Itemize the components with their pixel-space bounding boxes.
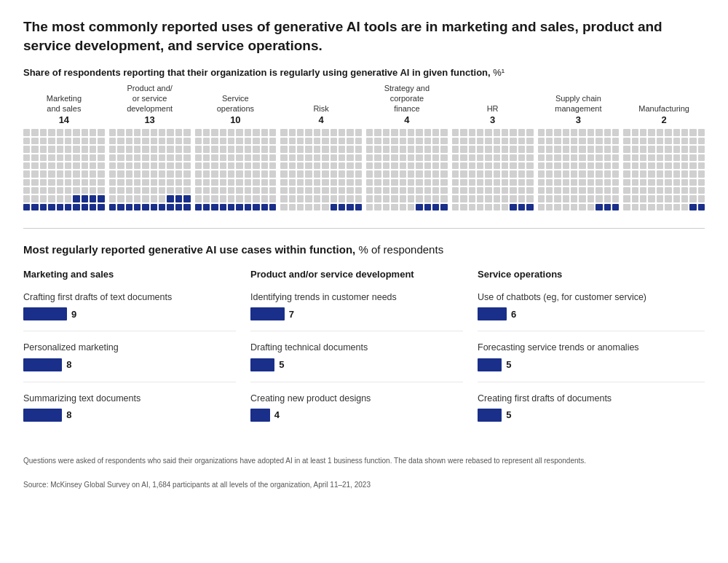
waffle-cell: [65, 179, 71, 186]
waffle-cell: [546, 129, 553, 135]
waffle-cell: [596, 162, 602, 169]
waffle-cell: [648, 195, 654, 202]
waffle-cell: [31, 195, 38, 202]
waffle-cell: [612, 195, 619, 202]
waffle-cell: [440, 162, 447, 169]
waffle-cell: [408, 187, 414, 194]
waffle-cell: [297, 195, 304, 202]
waffle-cell: [546, 170, 553, 177]
waffle-cell: [236, 195, 242, 202]
waffle-cell: [236, 138, 242, 144]
waffle-cell: [546, 195, 553, 202]
waffle-cell: [391, 195, 397, 202]
waffle-cell: [228, 154, 234, 161]
waffle-cell: [673, 179, 680, 186]
use-case-name: Crafting first drafts of text documents: [23, 291, 236, 303]
waffle-cell: [596, 170, 602, 177]
waffle-cell: [587, 162, 594, 169]
waffle-cell: [538, 154, 545, 161]
waffle-cell: [297, 204, 304, 210]
use-case-item: Crafting first drafts of text documents9: [23, 291, 236, 331]
waffle-cell: [383, 179, 389, 186]
waffle-cell: [23, 146, 30, 152]
waffle-cell: [23, 162, 30, 169]
waffle-cell: [23, 195, 30, 202]
waffle-cell: [538, 204, 545, 210]
waffle-cell: [432, 162, 439, 169]
waffle-cell: [245, 138, 251, 144]
waffle-cell: [485, 138, 491, 144]
waffle-cell: [109, 129, 116, 135]
waffle-cell: [261, 187, 268, 194]
waffle-cell: [383, 129, 389, 135]
waffle-cell: [579, 195, 585, 202]
waffle-cell: [280, 146, 287, 152]
waffle-cell: [366, 204, 373, 210]
waffle-cell: [183, 154, 190, 161]
waffle-cell: [383, 138, 389, 144]
waffle-cell: [408, 154, 414, 161]
waffle-cell: [347, 195, 353, 202]
waffle-cell: [228, 170, 234, 177]
waffle-cell: [134, 138, 141, 144]
waffle-cell: [211, 138, 218, 144]
waffle-cell: [109, 146, 116, 152]
waffle-cell: [228, 179, 234, 186]
waffle-cell: [305, 146, 312, 152]
waffle-cell: [460, 179, 467, 186]
waffle-cell: [228, 129, 234, 135]
waffle-cell: [40, 195, 47, 202]
waffle-cell: [117, 179, 124, 186]
waffle-cell: [98, 129, 104, 135]
waffle-cell: [40, 187, 47, 194]
waffle-cell: [698, 179, 705, 186]
waffle-cell: [195, 204, 202, 210]
waffle-cell: [322, 179, 328, 186]
waffle-col-5: HR3: [452, 92, 534, 210]
waffle-cell: [579, 204, 585, 210]
waffle-cell: [253, 179, 259, 186]
waffle-cell: [640, 129, 646, 135]
use-case-name: Forecasting service trends or anomalies: [478, 342, 705, 353]
waffle-cell: [640, 146, 646, 152]
waffle-cell: [665, 170, 671, 177]
waffle-cell: [424, 195, 431, 202]
waffle-cell: [440, 138, 447, 144]
waffle-cell: [220, 187, 226, 194]
waffle-cell: [681, 154, 688, 161]
waffle-cell: [538, 129, 545, 135]
waffle-cell: [366, 187, 373, 194]
waffle-cell: [563, 170, 569, 177]
waffle-cell: [526, 146, 533, 152]
waffle-cell: [23, 129, 30, 135]
waffle-cell: [297, 187, 304, 194]
waffle-cell: [228, 204, 234, 210]
waffle-cell: [432, 195, 439, 202]
waffle-cell: [269, 162, 276, 169]
waffle-cell: [228, 146, 234, 152]
waffle-cell: [452, 179, 459, 186]
waffle-cell: [228, 195, 234, 202]
waffle-cell: [195, 154, 202, 161]
waffle-cell: [665, 204, 671, 210]
use-case-name: Creating first drafts of documents: [478, 393, 705, 404]
waffle-cell: [571, 162, 577, 169]
waffle-cell: [623, 154, 630, 161]
waffle-cell: [314, 187, 320, 194]
waffle-value-5: 3: [490, 114, 495, 127]
waffle-cell: [612, 154, 619, 161]
waffle-cell: [563, 204, 569, 210]
waffle-cell: [698, 146, 705, 152]
waffle-cell: [494, 179, 500, 186]
waffle-cell: [347, 170, 353, 177]
waffle-cell: [400, 138, 406, 144]
waffle-cell: [109, 154, 116, 161]
waffle-cell: [126, 129, 132, 135]
waffle-cell: [477, 154, 483, 161]
waffle-cell: [90, 187, 96, 194]
waffle-cell: [253, 170, 259, 177]
waffle-cell: [314, 146, 320, 152]
waffle-cell: [632, 195, 638, 202]
waffle-cell: [689, 154, 696, 161]
waffle-label-3: Risk4: [313, 92, 328, 126]
